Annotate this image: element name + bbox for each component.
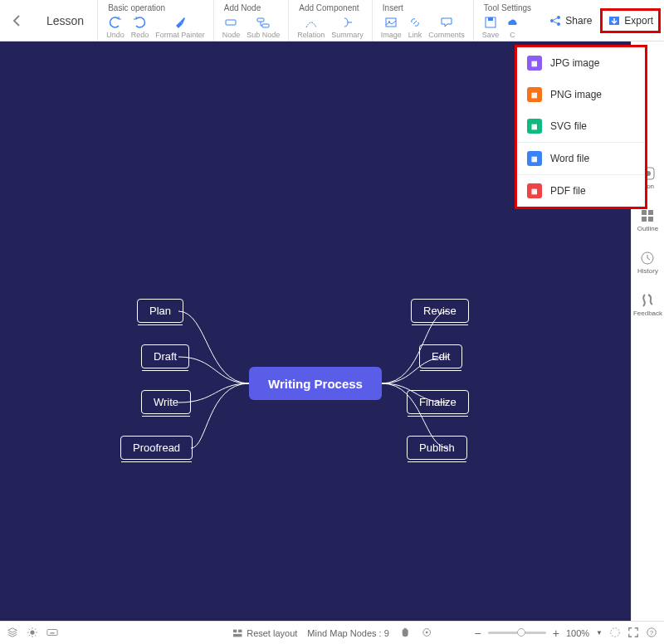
svg-point-8 <box>557 16 560 19</box>
export-option-3[interactable]: ▦Word file <box>517 142 645 174</box>
layers-icon[interactable] <box>7 627 18 640</box>
page-title: Lesson <box>33 0 97 41</box>
svg-rect-19 <box>47 629 57 635</box>
brightness-icon[interactable] <box>27 627 38 640</box>
svg-point-25 <box>611 627 620 637</box>
node-icon <box>224 16 237 29</box>
node-button[interactable]: Node <box>219 14 244 41</box>
file-icon: ▦ <box>527 56 542 71</box>
brush-icon <box>173 16 187 29</box>
feedback-icon <box>640 293 655 308</box>
svg-rect-2 <box>262 24 269 27</box>
toolbar: Lesson Basic operation Undo Redo Format … <box>0 0 664 41</box>
undo-button[interactable]: Undo <box>103 14 128 41</box>
svg-rect-6 <box>488 17 493 21</box>
reset-layout-button[interactable]: Reset layout <box>232 627 297 639</box>
share-label: Share <box>565 15 592 27</box>
share-icon <box>549 14 562 27</box>
section-tools: Tool Settings Save C <box>473 0 541 41</box>
summary-icon <box>341 16 354 29</box>
export-option-4[interactable]: ▦PDF file <box>517 174 645 207</box>
svg-rect-14 <box>648 210 653 215</box>
sidebar-history[interactable]: History <box>637 251 658 275</box>
save-icon <box>484 16 497 29</box>
node-publish[interactable]: Publish <box>407 436 467 460</box>
history-icon <box>640 251 655 266</box>
section-basic: Basic operation Undo Redo Format Painter <box>97 0 213 41</box>
node-plan[interactable]: Plan <box>137 299 183 323</box>
summary-button[interactable]: Summary <box>328 14 367 41</box>
section-addnode: Add Node Node Sub Node <box>213 0 289 41</box>
export-button[interactable]: Export <box>600 8 661 33</box>
central-node[interactable]: Writing Process <box>249 367 382 400</box>
cloud-icon <box>505 16 519 29</box>
node-edit[interactable]: Edit <box>419 344 462 368</box>
file-icon: ▦ <box>527 183 542 198</box>
outline-icon <box>640 208 655 223</box>
section-insert: Insert Image Link Comments <box>372 0 473 41</box>
sidebar-outline[interactable]: Outline <box>637 208 658 232</box>
subnode-button[interactable]: Sub Node <box>243 14 283 41</box>
svg-rect-16 <box>648 217 653 222</box>
sidebar-feedback[interactable]: Feedback <box>633 293 662 317</box>
svg-rect-13 <box>642 210 647 215</box>
svg-rect-22 <box>233 633 242 637</box>
node-count: Mind Map Nodes : 9 <box>307 628 388 638</box>
subnode-icon <box>256 16 270 29</box>
svg-point-7 <box>550 19 554 22</box>
zoom-slider[interactable] <box>488 632 546 634</box>
svg-point-24 <box>425 631 427 633</box>
section-addcomponent: Add Component Relation Summary <box>288 0 372 41</box>
redo-icon <box>133 16 146 29</box>
format-painter-button[interactable]: Format Painter <box>152 14 208 41</box>
zoom-value: 100% <box>566 628 589 638</box>
file-icon: ▦ <box>527 87 542 102</box>
node-write[interactable]: Write <box>141 390 191 414</box>
keyboard-icon[interactable] <box>46 627 58 640</box>
save-button[interactable]: Save <box>479 14 503 41</box>
svg-point-18 <box>30 630 34 634</box>
statusbar: Reset layout Mind Map Nodes : 9 − + 100%… <box>0 621 664 644</box>
undo-icon <box>109 16 122 29</box>
target-icon[interactable] <box>421 627 432 640</box>
comment-icon <box>440 16 453 29</box>
help-icon[interactable]: ? <box>646 627 657 640</box>
svg-rect-0 <box>226 20 236 25</box>
fit-icon[interactable] <box>609 627 621 640</box>
export-label: Export <box>624 15 653 27</box>
export-option-2[interactable]: ▦SVG file <box>517 110 645 142</box>
svg-rect-1 <box>257 18 264 22</box>
back-button[interactable] <box>0 0 33 41</box>
export-icon <box>608 14 621 27</box>
svg-point-9 <box>557 22 560 26</box>
fullscreen-icon[interactable] <box>627 627 639 640</box>
node-proofread[interactable]: Proofread <box>120 436 193 460</box>
image-button[interactable]: Image <box>378 14 405 41</box>
zoom-in[interactable]: + <box>553 627 559 640</box>
node-draft[interactable]: Draft <box>141 344 189 368</box>
redo-button[interactable]: Redo <box>128 14 153 41</box>
export-option-1[interactable]: ▦PNG image <box>517 79 645 110</box>
file-icon: ▦ <box>527 119 542 134</box>
zoom-out[interactable]: − <box>475 627 481 640</box>
hand-tool[interactable] <box>399 627 411 640</box>
link-button[interactable]: Link <box>405 14 426 41</box>
link-icon <box>408 16 422 29</box>
file-icon: ▦ <box>527 151 542 166</box>
node-revise[interactable]: Revise <box>411 299 469 323</box>
export-option-0[interactable]: ▦JPG image <box>517 47 645 79</box>
svg-rect-20 <box>233 629 237 632</box>
cloud-button[interactable]: C <box>502 14 522 41</box>
comments-button[interactable]: Comments <box>425 14 468 41</box>
image-icon <box>384 16 398 29</box>
relation-button[interactable]: Relation <box>294 14 328 41</box>
node-finalize[interactable]: Finalize <box>407 390 469 414</box>
svg-rect-21 <box>238 629 242 632</box>
export-menu: ▦JPG image▦PNG image▦SVG file▦Word file▦… <box>515 45 647 209</box>
svg-text:?: ? <box>650 628 654 636</box>
relation-icon <box>305 16 318 29</box>
share-button[interactable]: Share <box>544 11 597 31</box>
svg-rect-15 <box>642 217 647 222</box>
